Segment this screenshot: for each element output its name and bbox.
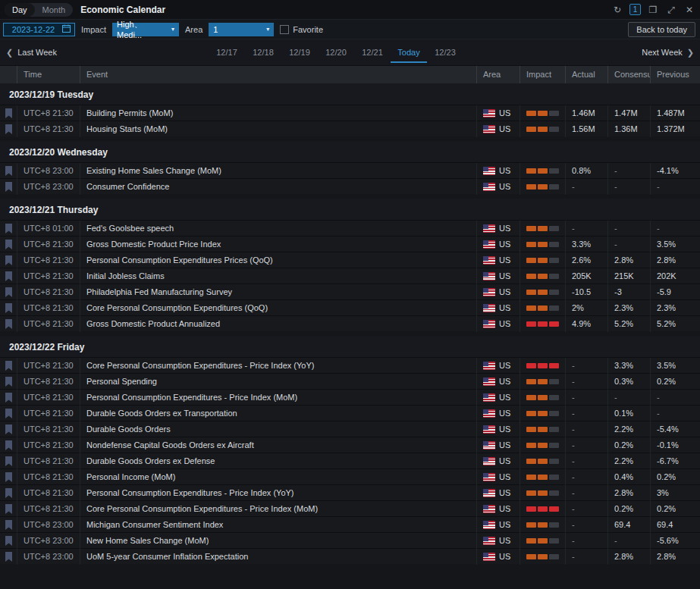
event-row[interactable]: UTC+8 21:30Gross Domestic Product Price … (0, 236, 700, 252)
event-area: US (476, 533, 520, 549)
week-day[interactable]: 12/17 (209, 42, 245, 63)
impact-segment (526, 305, 536, 311)
impact-indicator-medium (520, 533, 565, 549)
impact-segment (538, 321, 548, 327)
impact-indicator-medium (520, 163, 565, 179)
bookmark-icon[interactable] (5, 124, 13, 134)
next-week-button[interactable]: Next Week ❯ (642, 48, 694, 58)
area-select[interactable]: 1 ▾ (209, 23, 274, 36)
tab-month[interactable]: Month (35, 3, 74, 17)
date-group-header: 2023/12/20 Wednesday (0, 141, 700, 162)
us-flag-icon (483, 304, 495, 312)
bookmark-icon[interactable] (5, 552, 13, 562)
area-label: US (499, 163, 510, 179)
event-row[interactable]: UTC+8 21:30Durable Goods OrdersUS-2.2%-5… (0, 421, 700, 437)
event-row[interactable]: UTC+8 23:00Michigan Consumer Sentiment I… (0, 516, 700, 532)
bookmark-icon[interactable] (5, 303, 13, 313)
week-day[interactable]: 12/21 (354, 42, 391, 63)
previous-value: - (650, 390, 700, 406)
bookmark-icon[interactable] (5, 488, 13, 498)
event-area: US (476, 221, 520, 237)
previous-value: - (650, 406, 700, 421)
bookmark-icon[interactable] (5, 271, 13, 281)
event-name: Core Personal Consumption Expenditures -… (80, 501, 476, 517)
bookmark-icon[interactable] (5, 520, 13, 530)
week-day[interactable]: 12/20 (318, 42, 354, 63)
bookmark-icon[interactable] (5, 319, 13, 329)
event-name: Gross Domestic Product Annualized (80, 316, 476, 332)
event-row[interactable]: UTC+8 21:30Personal SpendingUS-0.3%0.2% (0, 373, 700, 389)
expand-icon[interactable]: ⤢ (665, 4, 677, 16)
bookmark-icon[interactable] (5, 166, 13, 176)
us-flag-icon (483, 183, 495, 191)
area-label: US (499, 549, 510, 565)
event-row[interactable]: UTC+8 21:30Personal Income (MoM)US-0.4%0… (0, 468, 700, 484)
event-row[interactable]: UTC+8 01:00Fed's Goolsbee speechUS--- (0, 220, 700, 236)
impact-select[interactable]: High、Medi... ▾ (112, 23, 179, 36)
week-day[interactable]: 12/19 (281, 42, 318, 63)
event-row[interactable]: UTC+8 21:30Personal Consumption Expendit… (0, 484, 700, 500)
event-row[interactable]: UTC+8 21:30Personal Consumption Expendit… (0, 252, 700, 268)
restore-window-icon[interactable]: ❐ (647, 4, 659, 16)
bookmark-icon[interactable] (5, 361, 13, 371)
previous-value: 2.3% (650, 300, 700, 316)
bookmark-icon[interactable] (5, 240, 13, 249)
bookmark-icon[interactable] (5, 504, 13, 514)
bookmark-icon[interactable] (5, 425, 13, 434)
consensus-value: - (607, 163, 650, 179)
close-icon[interactable]: ✕ (683, 4, 695, 16)
week-day[interactable]: 12/18 (245, 42, 281, 63)
impact-segment (538, 395, 548, 400)
event-row[interactable]: UTC+8 21:30Durable Goods Orders ex Defen… (0, 453, 700, 468)
favorite-checkbox[interactable] (280, 25, 289, 34)
event-row[interactable]: UTC+8 21:30Philadelphia Fed Manufacturin… (0, 284, 700, 299)
area-label: US (499, 105, 510, 121)
event-row[interactable]: UTC+8 21:30Gross Domestic Product Annual… (0, 315, 700, 331)
event-row[interactable]: UTC+8 21:30Core Personal Consumption Exp… (0, 500, 700, 516)
us-flag-icon (483, 521, 495, 529)
event-row[interactable]: UTC+8 21:30Core Personal Consumption Exp… (0, 299, 700, 315)
filter-bar: 2023-12-22 Impact High、Medi... ▾ Area 1 … (0, 20, 700, 39)
last-week-button[interactable]: ❮ Last Week (6, 48, 57, 58)
bookmark-icon[interactable] (5, 409, 13, 418)
bookmark-icon[interactable] (5, 287, 13, 297)
actual-value: 1.46M (565, 105, 607, 121)
event-row[interactable]: UTC+8 21:30Initial Jobless ClaimsUS205K2… (0, 268, 700, 284)
view-mode-tabs: Day Month (5, 3, 73, 17)
tab-day[interactable]: Day (5, 3, 35, 17)
back-to-today-button[interactable]: Back to today (628, 22, 695, 37)
bookmark-icon[interactable] (5, 255, 13, 265)
event-row[interactable]: UTC+8 23:00New Home Sales Change (MoM)US… (0, 532, 700, 548)
bookmark-icon[interactable] (5, 108, 13, 118)
event-row[interactable]: UTC+8 21:30Durable Goods Orders ex Trans… (0, 405, 700, 421)
bookmark-icon[interactable] (5, 440, 13, 450)
actual-value: 3.3% (565, 237, 607, 252)
event-row[interactable]: UTC+8 21:30Core Personal Consumption Exp… (0, 357, 700, 373)
event-time: UTC+8 21:30 (17, 501, 80, 517)
event-row[interactable]: UTC+8 23:00Existing Home Sales Change (M… (0, 162, 700, 178)
actual-value: - (565, 221, 607, 237)
event-row[interactable]: UTC+8 23:00UoM 5-year Consumer Inflation… (0, 548, 700, 564)
refresh-icon[interactable]: ↻ (611, 4, 623, 16)
bookmark-icon[interactable] (5, 536, 13, 546)
bookmark-icon[interactable] (5, 377, 13, 387)
event-row[interactable]: UTC+8 23:00Consumer ConfidenceUS--- (0, 178, 700, 194)
bookmark-icon[interactable] (5, 456, 13, 466)
week-day-today[interactable]: Today (391, 42, 427, 63)
consensus-value: - (607, 237, 650, 252)
last-week-label: Last Week (17, 48, 57, 57)
bookmark-icon[interactable] (5, 472, 13, 482)
date-picker[interactable]: 2023-12-22 (3, 23, 75, 36)
bookmark-icon[interactable] (5, 393, 13, 403)
bookmark-icon[interactable] (5, 182, 13, 192)
event-row[interactable]: UTC+8 21:30Personal Consumption Expendit… (0, 389, 700, 405)
window-count-badge[interactable]: 1 (629, 4, 641, 15)
col-header-actual: Actual (565, 66, 607, 83)
week-day[interactable]: 12/23 (427, 42, 463, 63)
impact-segment (538, 305, 548, 311)
impact-segment (549, 554, 559, 559)
event-row[interactable]: UTC+8 21:30Nondefense Capital Goods Orde… (0, 437, 700, 453)
event-row[interactable]: UTC+8 21:30Building Permits (MoM)US1.46M… (0, 105, 700, 121)
bookmark-icon[interactable] (5, 224, 13, 233)
event-row[interactable]: UTC+8 21:30Housing Starts (MoM)US1.56M1.… (0, 121, 700, 136)
